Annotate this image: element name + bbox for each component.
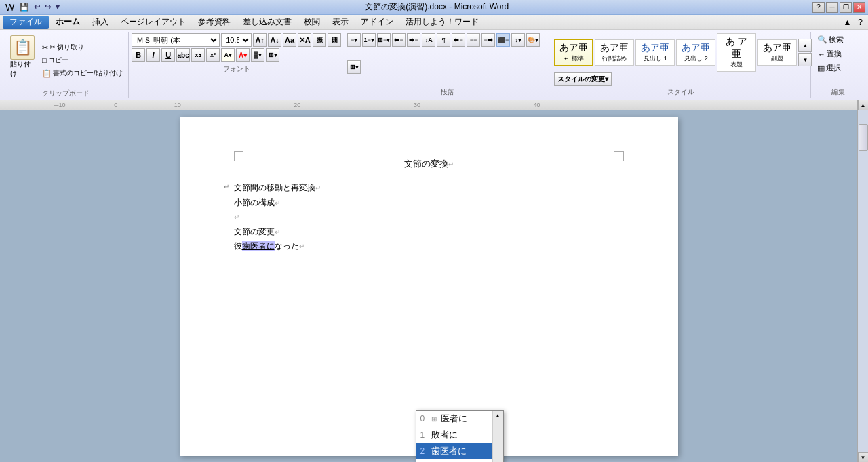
select-btn[interactable]: ▦ 選択 [815,62,844,75]
menu-addins[interactable]: アドイン [355,15,399,29]
numbering-btn[interactable]: 1≡▾ [362,33,376,47]
menu-file[interactable]: ファイル [3,16,49,29]
bullets-btn[interactable]: ≡▾ [347,33,361,47]
line-spacing-btn[interactable]: ↕▾ [511,33,525,47]
doc-line-6: 彼歯医者になった↵ [234,239,624,254]
menu-word-tips[interactable]: 活用しよう！ワード [400,15,484,29]
document-title: 文節の変換↵ [234,158,624,170]
text-highlight-btn[interactable]: A▾ [221,48,235,62]
show-marks-btn[interactable]: ¶ [437,33,450,47]
paste-button[interactable]: 📋 貼り付け [7,33,38,87]
menu-review[interactable]: 校閲 [298,15,326,29]
scroll-down-btn[interactable]: ▼ [858,452,869,462]
restore-btn[interactable]: ❐ [840,2,852,13]
change-case-btn[interactable]: Aa [283,33,296,47]
font-name-select[interactable]: ＭＳ 明朝 (本 [132,33,220,47]
style-subtitle[interactable]: あア亜 副題 [757,39,797,66]
change-style-btn[interactable]: スタイルの変更▾ [554,72,612,86]
strikethrough-btn[interactable]: abc [176,48,190,62]
style-title[interactable]: あ ア 亜 表題 [717,33,756,72]
increase-indent-btn[interactable]: ➡≡ [407,33,420,47]
ime-item-0[interactable]: 0 ⊞ 医者に [416,411,492,427]
align-center-btn[interactable]: ≡≡ [467,33,480,47]
ime-dropdown[interactable]: 0 ⊞ 医者に 1 敗者に 2 歯医者に [416,410,504,462]
align-right-btn[interactable]: ≡➡ [481,33,495,47]
editing-label: 編集 [815,86,861,97]
menu-bar: ファイル ホーム 挿入 ページレイアウト 参考資料 差し込み文書 校閲 表示 ア… [0,15,868,30]
document-page[interactable]: 文節の変換↵ ↵ 文節間の移動と再変換↵ 小節の構成↵ ↵ 文節の変更↵ 彼歯医… [180,117,678,456]
menu-mailings[interactable]: 差し込み文書 [237,15,297,29]
ime-scroll-up[interactable]: ▲ [493,411,503,421]
ime-scrollbar[interactable]: ▲ ▼ » [492,411,503,462]
save-qa-btn[interactable]: 💾 [20,3,29,11]
minimize-btn[interactable]: ─ [826,2,838,13]
editing-group: 🔍 検索 ↔ 置換 ▦ 選択 編集 [811,32,865,98]
menu-home[interactable]: ホーム [50,15,85,29]
replace-btn[interactable]: ↔ 置換 [815,47,844,60]
border-btn[interactable]: ⊞▾ [266,48,279,62]
style-scroll-down[interactable]: ▼ [798,53,812,66]
title-bar: W 💾 ↩ ↪ ▾ 文節の変換(演習).docx - Microsoft Wor… [0,0,868,15]
subscript-btn[interactable]: x₂ [191,48,205,62]
shading-btn[interactable]: ▓▾ [251,48,264,62]
multilevel-btn[interactable]: ⊞≡▾ [377,33,391,47]
superscript-btn[interactable]: x² [206,48,220,62]
justify-btn[interactable]: ⬛≡ [496,33,510,47]
find-btn[interactable]: 🔍 検索 [815,33,846,46]
style-scroll-up[interactable]: ▲ [798,39,812,52]
style-normal[interactable]: あア亜 ↵ 標準 [554,39,593,66]
copy-button[interactable]: □ コピー [39,54,125,66]
corner-tl [234,151,243,161]
decrease-indent-btn[interactable]: ⬅≡ [392,33,406,47]
bold-btn[interactable]: B [132,48,145,62]
cut-button[interactable]: ✂ ✂ 切り取り [39,41,125,54]
menu-page-layout[interactable]: ページレイアウト [115,15,191,29]
document-area[interactable]: 文節の変換↵ ↵ 文節間の移動と再変換↵ 小節の構成↵ ↵ 文節の変更↵ 彼歯医… [0,110,857,462]
style-heading2[interactable]: あア亜 見出し 2 [676,39,715,66]
border2-btn[interactable]: ⊞▾ [347,60,361,74]
help-btn[interactable]: ? [812,2,825,13]
clear-format-btn[interactable]: ✕A [298,33,311,47]
clipboard-group: 📋 貼り付け ✂ ✂ 切り取り □ コピー 📋 書式のコピー/貼り付け クリップ… [3,32,129,98]
menu-insert[interactable]: 挿入 [87,15,114,29]
fill-color-btn[interactable]: 🎨▾ [526,33,540,47]
sort-btn[interactable]: ↕A [422,33,435,47]
menu-view[interactable]: 表示 [327,15,354,29]
font-size-select[interactable]: 10.5 [221,33,252,47]
scroll-track[interactable] [858,110,868,452]
scroll-up-btn[interactable]: ▲ [858,100,869,110]
ime-item-1[interactable]: 1 敗者に [416,427,492,443]
ime-item-3[interactable]: 3 廃車に [416,459,492,462]
undo-qa-btn[interactable]: ↩ [34,3,40,11]
format-copy-button[interactable]: 📋 書式のコピー/貼り付け [39,67,125,79]
ime-item-2[interactable]: 2 歯医者に [416,443,492,459]
doc-line-4: ↵ [234,210,624,225]
document-container: ─10 0 10 20 30 40 文節の変換↵ ↵ 文節間の移動と再変換↵ 小… [0,100,857,462]
vertical-scrollbar[interactable]: ▲ ▼ [857,100,868,462]
ribbon-collapse[interactable]: ▲ [840,18,854,27]
window-controls: ? ─ ❐ ✕ [812,2,865,13]
ime-list: 0 ⊞ 医者に 1 敗者に 2 歯医者に [416,411,492,462]
style-heading1[interactable]: あア亜 見出し 1 [635,39,675,66]
font-size-increase[interactable]: A↑ [253,33,267,47]
italic-btn[interactable]: I [146,48,160,62]
close-btn[interactable]: ✕ [853,2,865,13]
scroll-thumb[interactable] [859,124,868,151]
window-title: 文節の変換(演習).docx - Microsoft Word [61,1,812,13]
enclose-btn[interactable]: 囲 [328,33,341,47]
font-color-btn[interactable]: A▾ [236,48,250,62]
style-compact[interactable]: あア亜 行間詰め [595,39,634,66]
underline-btn[interactable]: U [161,48,175,62]
redo-qa-btn[interactable]: ↪ [45,3,51,11]
help-ribbon[interactable]: ? [855,18,865,27]
app-icon: W [5,2,14,13]
paragraph-label: 段落 [347,86,548,97]
phonetic-btn[interactable]: 振 [313,33,326,47]
align-left-btn[interactable]: ⬅≡ [452,33,465,47]
qa-dropdown[interactable]: ▾ [56,3,60,11]
paragraph-group: ≡▾ 1≡▾ ⊞≡▾ ⬅≡ ➡≡ ↕A ¶ ⬅≡ ≡≡ ≡➡ ⬛≡ ↕▾ 🎨▾ … [344,32,551,98]
menu-references[interactable]: 参考資料 [193,15,236,29]
font-size-decrease[interactable]: A↓ [268,33,281,47]
ime-scroll-track [493,421,503,462]
ribbon: 📋 貼り付け ✂ ✂ 切り取り □ コピー 📋 書式のコピー/貼り付け クリップ… [0,30,868,100]
